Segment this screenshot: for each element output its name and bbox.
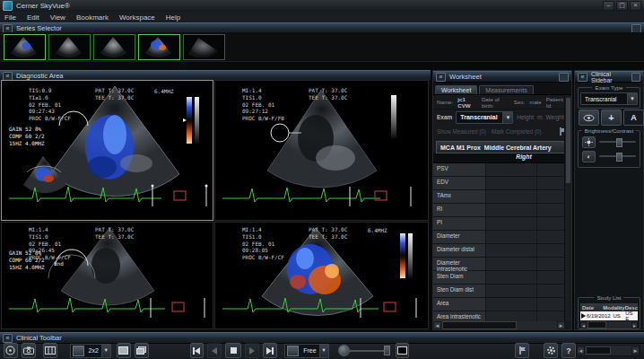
stop-button[interactable]: [225, 343, 241, 358]
single-layout-button[interactable]: [117, 343, 131, 358]
slider-thumb[interactable]: [616, 138, 622, 147]
maximize-button[interactable]: ▢: [616, 1, 628, 11]
result-cell[interactable]: [536, 231, 565, 243]
scroll-right-icon[interactable]: ►: [631, 322, 638, 328]
method-cell[interactable]: [485, 217, 536, 230]
result-cell[interactable]: [536, 190, 565, 203]
exam-select[interactable]: Transcranial ▼: [456, 111, 513, 124]
scroll-right-icon[interactable]: ►: [557, 321, 565, 329]
result-cell[interactable]: [536, 298, 565, 311]
exam-type-select[interactable]: Transcranial ▼: [580, 92, 638, 105]
result-cell[interactable]: [536, 244, 565, 257]
method-cell[interactable]: [485, 177, 536, 189]
brightness-button[interactable]: [582, 136, 596, 148]
worksheet-horizontal-scrollbar[interactable]: ◄ ►: [433, 321, 565, 329]
series-thumbnail[interactable]: [4, 34, 46, 60]
mark-completed-button[interactable]: Mark Completed (0): [492, 128, 542, 135]
scroll-right-icon[interactable]: ►: [631, 346, 640, 355]
result-cell[interactable]: [536, 311, 565, 321]
result-cell[interactable]: [536, 217, 565, 230]
study-list-scrollbar[interactable]: ◄ ►: [580, 321, 638, 328]
result-cell[interactable]: [536, 285, 565, 297]
scroll-left-icon[interactable]: ◄: [577, 346, 585, 355]
speed-knob[interactable]: [338, 345, 350, 356]
panel-pin-icon[interactable]: [631, 24, 641, 33]
scroll-left-icon[interactable]: ◄: [433, 321, 441, 329]
result-cell[interactable]: [536, 258, 565, 270]
compare-button[interactable]: [515, 343, 529, 358]
method-cell[interactable]: [485, 204, 536, 216]
method-cell[interactable]: [485, 244, 536, 257]
result-cell[interactable]: [536, 177, 565, 189]
layout-select[interactable]: 2x2 ▼: [70, 344, 111, 358]
menu-view[interactable]: View: [50, 13, 65, 22]
stack-layout-button[interactable]: [135, 343, 149, 358]
method-cell[interactable]: [485, 311, 536, 321]
help-button[interactable]: ?: [561, 343, 576, 358]
menu-edit[interactable]: Edit: [27, 13, 39, 22]
overlay-toggle-button[interactable]: [396, 343, 410, 358]
previous-frame-button[interactable]: [207, 343, 222, 358]
vessel-section-header[interactable]: MCA M1 Prox Middle Cerebral Artery: [436, 141, 569, 153]
collapse-icon[interactable]: «: [3, 24, 13, 33]
speed-slider-track[interactable]: [350, 350, 384, 352]
contrast-button[interactable]: ◐: [582, 151, 596, 162]
scrollbar-thumb[interactable]: [587, 321, 606, 328]
crosshair-tool-button[interactable]: +: [601, 109, 622, 126]
ultrasound-viewport-4[interactable]: MI:1.4 TIS1.0 02 FEB. 01 09:28:05 PROC B…: [214, 222, 429, 329]
cine-strip-button[interactable]: [43, 343, 57, 358]
tab-worksheet[interactable]: Worksheet: [435, 85, 477, 94]
text-annotation-button[interactable]: A: [623, 109, 644, 126]
method-cell[interactable]: [485, 190, 536, 203]
panel-pin-icon[interactable]: [631, 73, 640, 82]
method-cell[interactable]: [485, 258, 536, 270]
brightness-slider[interactable]: [599, 141, 636, 143]
settings-button[interactable]: [544, 343, 558, 358]
method-cell[interactable]: [485, 231, 536, 243]
collapse-icon[interactable]: «: [578, 73, 587, 82]
method-cell[interactable]: [485, 298, 536, 311]
menu-help[interactable]: Help: [166, 13, 180, 22]
show-measured-button[interactable]: Show Measured (0): [437, 128, 486, 135]
series-thumbnail[interactable]: [138, 34, 180, 60]
method-cell[interactable]: [485, 271, 536, 284]
cine-mode-select[interactable]: Free ▼: [284, 344, 328, 358]
collapse-icon[interactable]: «: [3, 334, 13, 343]
snapshot-button[interactable]: [22, 343, 36, 358]
scrollbar-thumb[interactable]: [442, 321, 517, 329]
collapse-icon[interactable]: «: [436, 73, 446, 82]
speed-slider-thumb[interactable]: [384, 346, 390, 355]
collapse-icon[interactable]: «: [3, 72, 13, 81]
eye-tool-button[interactable]: [579, 109, 599, 126]
result-cell[interactable]: [536, 163, 565, 176]
series-thumbnail[interactable]: [48, 34, 91, 60]
series-thumbnail[interactable]: [93, 34, 135, 60]
panel-pin-icon[interactable]: [559, 73, 569, 82]
ultrasound-viewport-1[interactable]: TIS:0.9 TI≤1.0 02 FEB. 01 09:27:43 PROC …: [1, 80, 213, 221]
ultrasound-viewport-3[interactable]: MI:1.4 TIS1.0 02 FEB. 01 09:26:45 PROC B…: [1, 222, 213, 329]
scrollbar-thumb[interactable]: [586, 346, 611, 355]
study-list-row[interactable]: 6/19/2012 US US E: [580, 311, 638, 320]
menu-file[interactable]: File: [4, 13, 16, 22]
minimize-button[interactable]: –: [603, 1, 614, 11]
scroll-left-icon[interactable]: ◄: [580, 322, 587, 328]
toolbar-scrollbar[interactable]: ◄ ►: [576, 345, 640, 356]
menu-workspace[interactable]: Workspace: [119, 13, 155, 22]
ultrasound-viewport-2[interactable]: MI:1.4 TIS1.0 02 FEB. 01 09:27:12 PROC B…: [214, 80, 429, 221]
next-frame-button[interactable]: [245, 343, 259, 358]
method-cell[interactable]: [485, 163, 536, 176]
contrast-slider[interactable]: [599, 155, 636, 157]
skip-first-button[interactable]: [190, 343, 205, 358]
skip-last-button[interactable]: [263, 343, 277, 358]
trackball-button[interactable]: [4, 343, 18, 358]
worksheet-vertical-scrollbar[interactable]: [564, 96, 571, 321]
menu-bookmark[interactable]: Bookmark: [76, 13, 109, 22]
table-row: Area: [433, 298, 565, 311]
tab-measurements[interactable]: Measurements: [479, 85, 533, 94]
slider-thumb[interactable]: [616, 153, 622, 162]
result-cell[interactable]: [536, 204, 565, 216]
series-thumbnail[interactable]: [183, 34, 225, 60]
close-button[interactable]: ×: [630, 1, 641, 11]
result-cell[interactable]: [536, 271, 565, 284]
method-cell[interactable]: [485, 285, 536, 297]
